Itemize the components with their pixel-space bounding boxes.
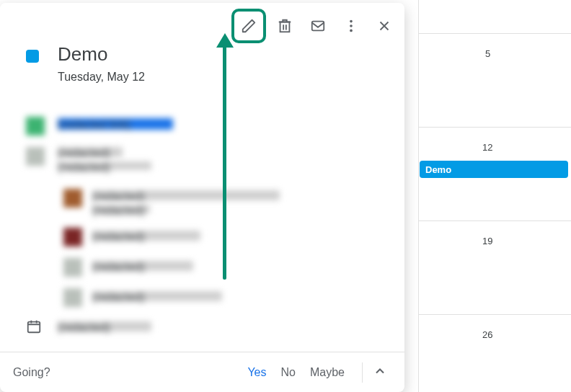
rsvp-maybe[interactable]: Maybe	[303, 360, 352, 385]
avatar	[63, 258, 82, 277]
calendar-grid: 5 12 Demo 19 26	[418, 0, 571, 392]
event-color-square	[26, 50, 39, 63]
avatar	[63, 189, 82, 208]
rsvp-prompt: Going?	[13, 366, 240, 379]
rsvp-bar: Going? Yes No Maybe	[0, 352, 404, 392]
redacted-organizer-sub: (redacted)	[58, 161, 151, 170]
date-number[interactable]: 26	[482, 329, 492, 340]
envelope-icon	[310, 18, 326, 34]
calendar-event-chip[interactable]: Demo	[420, 161, 568, 178]
event-details-card: Demo Tuesday, May 12 (redacted link) (re…	[0, 3, 404, 392]
svg-point-2	[350, 20, 353, 23]
meet-icon	[26, 117, 45, 135]
calendar-week-row[interactable]: 26	[419, 314, 571, 392]
trash-icon	[277, 18, 293, 34]
calendar-event-chip-label: Demo	[425, 164, 451, 175]
event-date: Tuesday, May 12	[58, 71, 145, 84]
close-icon	[376, 18, 392, 34]
rsvp-yes[interactable]: Yes	[240, 360, 273, 385]
email-guests-button[interactable]	[308, 16, 328, 36]
calendar-week-row[interactable]: 5	[419, 33, 571, 127]
svg-rect-1	[312, 22, 324, 31]
separator	[362, 362, 363, 383]
annotation-arrow-head	[216, 33, 234, 48]
svg-point-3	[350, 24, 353, 27]
options-button[interactable]	[341, 16, 361, 36]
rsvp-no[interactable]: No	[274, 360, 303, 385]
redacted-guest-1-name: (redacted)	[92, 190, 280, 200]
viewport: 5 12 Demo 19 26	[0, 0, 571, 392]
redacted-guest-1-sub: (redacted)	[92, 205, 150, 213]
date-number[interactable]: 19	[482, 236, 492, 246]
annotation-arrow-stem	[223, 43, 226, 280]
edit-highlight-box	[231, 9, 266, 43]
redacted-guest-4-name: (redacted)	[92, 291, 222, 301]
avatar	[63, 288, 82, 307]
redacted-guest-3-name: (redacted)	[92, 261, 193, 271]
calendar-icon	[26, 318, 42, 334]
people-icon	[26, 147, 45, 166]
redacted-organizer-name: (redacted)	[58, 147, 123, 157]
date-number[interactable]: 12	[482, 142, 492, 153]
calendar-week-row[interactable]: 19	[419, 220, 571, 314]
chevron-up-icon	[373, 364, 387, 378]
edit-button[interactable]	[241, 16, 257, 36]
svg-point-4	[350, 30, 353, 32]
redacted-calendar-name: (redacted)	[58, 321, 151, 331]
date-number[interactable]: 5	[485, 48, 490, 59]
pencil-icon	[241, 18, 257, 34]
kebab-icon	[343, 18, 359, 34]
event-title: Demo	[58, 43, 107, 66]
svg-rect-0	[280, 22, 290, 32]
redacted-meet-link[interactable]: (redacted link)	[58, 118, 173, 130]
delete-button[interactable]	[275, 16, 295, 36]
svg-rect-5	[28, 322, 40, 333]
calendar-week-row[interactable]: 12 Demo	[419, 127, 571, 220]
card-toolbar	[231, 9, 394, 43]
rsvp-expand-button[interactable]	[368, 360, 391, 386]
redacted-guest-2-name: (redacted)	[92, 231, 200, 241]
close-button[interactable]	[374, 16, 394, 36]
avatar	[63, 228, 82, 246]
